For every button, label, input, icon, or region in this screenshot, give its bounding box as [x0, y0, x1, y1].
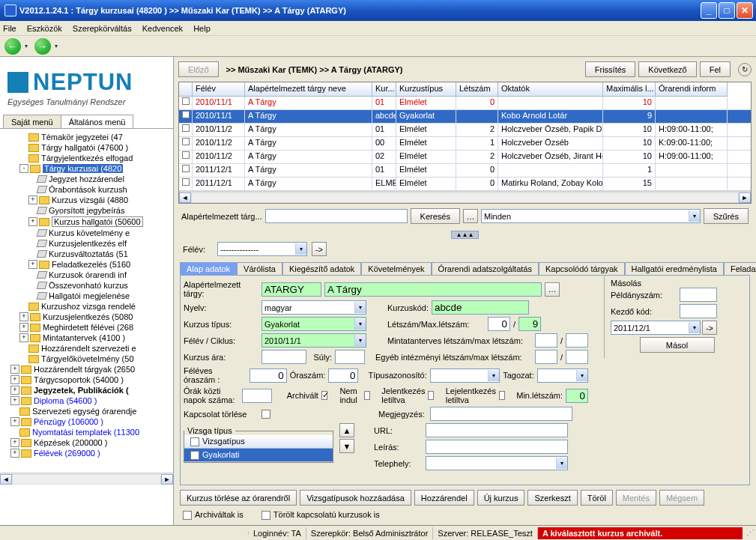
tab-altalanos-menu[interactable]: Általános menü	[61, 115, 134, 129]
scroll-up-button[interactable]: ▲	[339, 423, 354, 437]
grid-hscroll[interactable]: ◄ ►	[179, 191, 751, 203]
forward-dropdown[interactable]: ▾	[52, 38, 60, 55]
tree-item[interactable]: Szervezeti egység órarendje	[1, 406, 172, 416]
scroll-right-icon[interactable]: ►	[739, 192, 751, 203]
scroll-down-button[interactable]: ▼	[339, 439, 354, 453]
targy-browse-button[interactable]: …	[545, 282, 560, 297]
archivaltakis-check[interactable]: Archiváltak is	[183, 510, 244, 520]
tree-item[interactable]: +Hozzárendelt tárgyak (2650	[1, 364, 172, 374]
search-button[interactable]: Keresés	[411, 208, 460, 224]
collapse-up-icon[interactable]: ▲▲▲	[451, 231, 480, 239]
menu-tools[interactable]: Eszközök	[27, 24, 62, 33]
minletszam-input[interactable]	[566, 389, 588, 403]
kapcsolattorles-checkbox[interactable]	[261, 410, 270, 419]
tab-sajat-menu[interactable]: Saját menü	[3, 115, 61, 129]
tree-item[interactable]: +Félévek (269000 )	[1, 448, 172, 458]
tree-item[interactable]: +Meghirdetett félévei (268	[1, 322, 172, 333]
table-row[interactable]: 2010/11/1A TárgyabcdeGyakorlatKobo Arnol…	[179, 110, 751, 124]
grid-header[interactable]: Félév	[193, 82, 245, 97]
detail-tab[interactable]: Felada...	[724, 262, 756, 275]
tree-item[interactable]: Tárgyelőkövetelmény (50	[1, 354, 172, 364]
felev-go-button[interactable]: ->	[312, 242, 327, 256]
table-row[interactable]: 2011/12/1A Tárgy01Elmélet01	[179, 164, 751, 178]
btn-vizsgatipus-add[interactable]: Vizsgatípusok hozzáadása	[300, 490, 411, 506]
filter-all-combo[interactable]: Minden▾	[481, 209, 701, 223]
table-row[interactable]: 2010/11/2A Tárgy00Elmélet1Holczveber Özs…	[179, 137, 751, 151]
table-row[interactable]: 2010/11/2A Tárgy02Elmélet2Holczveber Özs…	[179, 151, 751, 164]
grid-header[interactable]: Maximális l...	[603, 82, 656, 97]
tree-item[interactable]: Gyorsított jegybeírás	[1, 205, 172, 216]
tree-item[interactable]: Kurzusjelentkezés elf	[1, 238, 172, 249]
suly-input[interactable]	[335, 350, 365, 364]
letszam-input[interactable]	[488, 317, 510, 331]
course-grid[interactable]: FélévAlapértelmezett tárgy neveKur...Kur…	[178, 82, 752, 204]
menu-file[interactable]: File	[3, 24, 16, 33]
detail-tab[interactable]: Órarendi adatszolgáltatás	[432, 262, 539, 275]
search-input[interactable]	[265, 209, 408, 223]
detail-tab[interactable]: Hallgatói eredménylista	[625, 262, 724, 275]
back-dropdown[interactable]: ▾	[22, 38, 30, 55]
btn-hozzarendel[interactable]: Hozzárendel	[414, 490, 474, 506]
kurzustipus-combo[interactable]: Gyakorlat▾	[261, 317, 366, 331]
egyeb2-input[interactable]	[566, 350, 588, 364]
back-button[interactable]: ←	[4, 38, 21, 55]
btn-ujkurzus[interactable]: Új kurzus	[477, 490, 525, 506]
grid-header[interactable]: Oktatók	[498, 82, 603, 97]
refresh-button[interactable]: Frissítés	[585, 61, 636, 77]
nav-tree[interactable]: Témakör jegyzetei (47Tárgy hallgatói (47…	[0, 128, 173, 473]
url-input[interactable]	[426, 423, 568, 437]
tree-item[interactable]: +Tárgycsoportok (54000 )	[1, 374, 172, 385]
felev-combo[interactable]: --------------▾	[217, 242, 307, 256]
minimize-button[interactable]: _	[701, 2, 717, 19]
menu-role[interactable]: Szerepkörváltás	[73, 24, 132, 33]
search-more-button[interactable]: …	[463, 209, 478, 223]
targy-name-input[interactable]	[324, 282, 542, 297]
close-button[interactable]: ✕	[737, 2, 753, 19]
tree-item[interactable]: +Mintatantervek (4100 )	[1, 333, 172, 343]
grid-header[interactable]: Kurzustípus	[396, 82, 456, 97]
up-button[interactable]: Fel	[700, 61, 731, 77]
grid-header[interactable]: Alapértelmezett tárgy neve	[245, 82, 372, 97]
tree-item[interactable]: +Kurzusjelentkezés (5080	[1, 312, 172, 322]
masol-button[interactable]: Másol	[640, 337, 715, 353]
detail-tab[interactable]: Kapcsolódó tárgyak	[539, 262, 625, 275]
tagozat-combo[interactable]: ▾	[537, 368, 588, 383]
lejelletiltva-checkbox[interactable]	[499, 391, 505, 400]
grid-header[interactable]: Létszám	[456, 82, 498, 97]
grid-header[interactable]	[179, 82, 193, 97]
prev-button[interactable]: Előző	[178, 61, 219, 77]
kurzusara-input[interactable]	[261, 350, 306, 364]
tree-item[interactable]: Tárgyjelentkezés elfogad	[1, 153, 172, 163]
mintat2-input[interactable]	[566, 333, 588, 348]
tipusaz-combo[interactable]: ▾	[430, 368, 500, 383]
refresh-icon[interactable]: ↻	[738, 63, 752, 76]
tree-item[interactable]: +Diploma (54600 )	[1, 395, 172, 406]
detail-tab[interactable]: Várólista	[237, 262, 282, 275]
table-row[interactable]: 2010/11/2A Tárgy01Elmélet2Holczveber Özs…	[179, 124, 751, 137]
tree-item[interactable]: +Feladatkezelés (5160	[1, 259, 172, 270]
archivalt-checkbox[interactable]	[321, 391, 327, 400]
vizsga-row-check[interactable]	[190, 451, 199, 460]
felevesora-input[interactable]	[250, 368, 287, 383]
table-row[interactable]: 2010/11/1A Tárgy01Elmélet010	[179, 97, 751, 110]
oraszam-input[interactable]	[328, 368, 358, 383]
scroll-right-icon[interactable]: ►	[161, 474, 173, 485]
scroll-left-icon[interactable]: ◄	[0, 474, 12, 485]
telephely-combo[interactable]: ▾	[426, 456, 568, 470]
grid-header[interactable]: Kur...	[372, 82, 396, 97]
tree-item[interactable]: Órabontások kurzush	[1, 184, 172, 195]
nyelv-combo[interactable]: magyar▾	[261, 300, 366, 315]
tree-item[interactable]: +Kurzus hallgatói (50600	[1, 216, 172, 228]
kurzuskod-input[interactable]	[432, 300, 529, 315]
jelletiltva-checkbox[interactable]	[428, 391, 434, 400]
tree-item[interactable]: +Kurzus vizsgái (4880	[1, 195, 172, 205]
forward-button[interactable]: →	[34, 38, 51, 55]
btn-torol[interactable]: Töröl	[581, 490, 613, 506]
next-button[interactable]: Következő	[638, 61, 696, 77]
tree-item[interactable]: Nyomtatási templatek (11300	[1, 427, 172, 437]
tree-item[interactable]: Tárgy hallgatói (47600 )	[1, 142, 172, 153]
tree-item[interactable]: Kurzusok órarendi inf	[1, 270, 172, 280]
scroll-left-icon[interactable]: ◄	[179, 192, 191, 203]
detail-tab[interactable]: Követelmények	[361, 262, 431, 275]
table-row[interactable]: 2011/12/1A TárgyELMEIElmélet0Matirku Rol…	[179, 178, 751, 191]
